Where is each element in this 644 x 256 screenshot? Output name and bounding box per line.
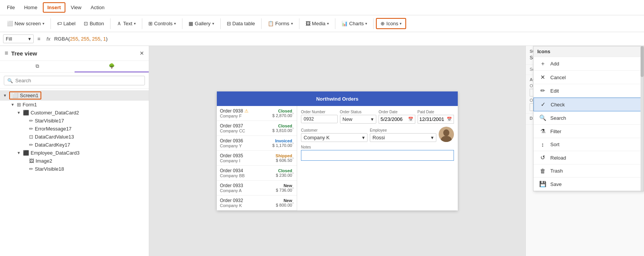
menu-insert[interactable]: Insert [43, 2, 65, 13]
order-number-value[interactable]: 0932 [301, 115, 338, 123]
icon-trash-item[interactable]: 🗑 Trash [533, 165, 644, 178]
notes-label: Notes [301, 145, 454, 149]
equals-sign[interactable]: = [35, 36, 43, 42]
datacardvalue13-item[interactable]: ⊡ DataCardValue13 [0, 133, 149, 141]
label-button[interactable]: 🏷 Label [53, 19, 80, 28]
new-screen-button[interactable]: ⬜ New screen ▾ [3, 19, 48, 28]
new-screen-chevron: ▾ [42, 21, 44, 26]
hamburger-icon[interactable]: ≡ [5, 50, 8, 57]
icon-edit-item[interactable]: ✏ Edit [533, 84, 644, 98]
starvisible18-item[interactable]: ✏ StarVisible18 [0, 165, 149, 173]
fx-button[interactable]: fx [44, 36, 53, 42]
datatable-button[interactable]: ⊟ Data table [223, 19, 259, 28]
customer-datacard2-item[interactable]: ▼ ⬛ Customer_DataCard2 [0, 109, 149, 117]
order-status-chevron: ▾ [371, 116, 374, 122]
icon-save-item[interactable]: 💾 Save [533, 178, 644, 191]
dropdown-scrollthumb[interactable] [641, 46, 644, 77]
media-chevron: ▾ [327, 21, 329, 26]
dropdown-scrollbar[interactable] [641, 46, 644, 191]
toolbar-sep7 [299, 18, 299, 29]
cancel-label: Cancel [550, 75, 566, 80]
employee-select[interactable]: Rossi ▾ [370, 133, 436, 142]
media-button[interactable]: 🖼 Media ▾ [302, 19, 333, 28]
datacardkey17-item[interactable]: ✏ DataCardKey17 [0, 141, 149, 149]
order-number-field: Order Number 0932 [301, 110, 338, 124]
icon-cancel-item[interactable]: ✕ Cancel [533, 71, 644, 84]
order-list: Order 0938 ⚠ Company F Closed $ 2,870.00… [217, 106, 297, 210]
employee-chevron: ▾ [431, 135, 434, 140]
search-input[interactable] [15, 78, 141, 83]
order-row-0934[interactable]: Order 0934 Company BB Closed $ 230.00 › [217, 166, 297, 181]
controls-button[interactable]: ⊞ Controls ▾ [145, 19, 180, 28]
icon-check-item[interactable]: ✓ Check [533, 98, 644, 111]
image2-label: Image2 [36, 158, 52, 164]
toolbar-sep3 [142, 18, 142, 29]
cancel-icon: ✕ [539, 74, 546, 81]
image2-item[interactable]: 🖼 Image2 [0, 157, 149, 165]
errormessage17-label: ErrorMessage17 [35, 126, 72, 132]
edit-label: Edit [550, 88, 559, 94]
reload-label: Reload [550, 155, 566, 161]
menu-action[interactable]: Action [87, 3, 108, 12]
order-row-0938[interactable]: Order 0938 ⚠ Company F Closed $ 2,870.00… [217, 106, 297, 121]
form1-item[interactable]: ▼ ⊞ Form1 [0, 101, 149, 109]
customer-select[interactable]: Company K ▾ [301, 133, 368, 142]
icon-reload-item[interactable]: ↺ Reload [533, 151, 644, 165]
fill-label[interactable]: Fill ▾ [3, 34, 34, 43]
svg-point-1 [443, 129, 449, 136]
employee-datacard3-icon: ⬛ [23, 150, 29, 156]
icon-add-item[interactable]: ＋ Add [533, 57, 644, 71]
toolbar-sep6 [261, 18, 262, 29]
order-row-0935[interactable]: Order 0935 Company I Shipped $ 606.50 › [217, 151, 297, 166]
menu-home[interactable]: Home [20, 3, 41, 12]
trash-label: Trash [550, 168, 563, 174]
starvisible17-icon: ✏ [29, 118, 33, 124]
icons-icon: ⊕ [381, 21, 385, 26]
sort-label: Sort [550, 142, 559, 147]
icon-search-item[interactable]: 🔍 Search [533, 111, 644, 125]
order-row-0933[interactable]: Order 0933 Company A New $ 736.00 › [217, 181, 297, 196]
starvisible17-item[interactable]: ✏ StarVisible17 [0, 117, 149, 125]
sort-icon: ↕ [539, 141, 546, 148]
button-button[interactable]: ⊡ Button [80, 19, 108, 28]
order-row-0936[interactable]: Order 0936 Company Y Invoiced $ 1,170.00… [217, 136, 297, 151]
icon-filter-item[interactable]: ⚗ Filter [533, 125, 644, 138]
forms-button[interactable]: 📋 Forms ▾ [264, 19, 297, 28]
avatar-image [439, 127, 454, 142]
icon-sort-item[interactable]: ↕ Sort [533, 138, 644, 151]
screen1-caret: ▼ [3, 93, 8, 98]
order-status-select[interactable]: New ▾ [340, 115, 377, 124]
form1-label: Form1 [23, 102, 37, 108]
treeview-tab[interactable]: 🌳 [75, 61, 149, 72]
text-button[interactable]: Ａ Text ▾ [113, 18, 140, 29]
menu-file[interactable]: File [3, 3, 19, 12]
screen1-item[interactable]: ▼ ⬜ Screen1 [0, 90, 149, 101]
gallery-button[interactable]: ▦ Gallery ▾ [185, 19, 218, 28]
toolbar-sep5 [220, 18, 221, 29]
search-dropdown-icon: 🔍 [539, 114, 546, 121]
paid-date-calendar-icon: 📅 [447, 117, 452, 122]
treeview-icon: 🌳 [109, 63, 115, 69]
paid-date-value[interactable]: 12/31/2001 📅 [418, 115, 454, 124]
menu-view[interactable]: View [67, 3, 85, 12]
order-status-0938: Closed [272, 109, 292, 113]
charts-button[interactable]: 📊 Charts ▾ [338, 19, 371, 28]
detail-grid: Order Number 0932 Order Status New ▾ Ord… [301, 110, 454, 124]
order-date-value[interactable]: 5/23/2006 📅 [379, 115, 415, 124]
rgba-r: 255 [70, 36, 78, 42]
tree-view-title: Tree view [11, 50, 137, 57]
employee-avatar [439, 127, 454, 142]
layers-tab[interactable]: ⧉ [0, 61, 75, 72]
employee-datacard3-item[interactable]: ▼ ⬛ Employee_DataCard3 [0, 149, 149, 157]
notes-input[interactable] [301, 150, 454, 161]
order-row-0937[interactable]: Order 0937 Company CC Closed $ 3,810.00 … [217, 121, 297, 136]
search-box: 🔍 [4, 76, 145, 85]
icons-button[interactable]: ⊕ Icons ▾ [376, 18, 406, 29]
close-panel-button[interactable]: ✕ [140, 50, 144, 56]
order-status-field: Order Status New ▾ [340, 110, 377, 124]
customer-datacard2-caret: ▼ [17, 111, 21, 115]
save-icon: 💾 [539, 181, 546, 188]
layers-icon: ⧉ [36, 63, 39, 69]
order-row-0932[interactable]: Order 0932 Company K New $ 800.00 › [217, 196, 297, 210]
errormessage17-item[interactable]: ✏ ErrorMessage17 [0, 125, 149, 133]
